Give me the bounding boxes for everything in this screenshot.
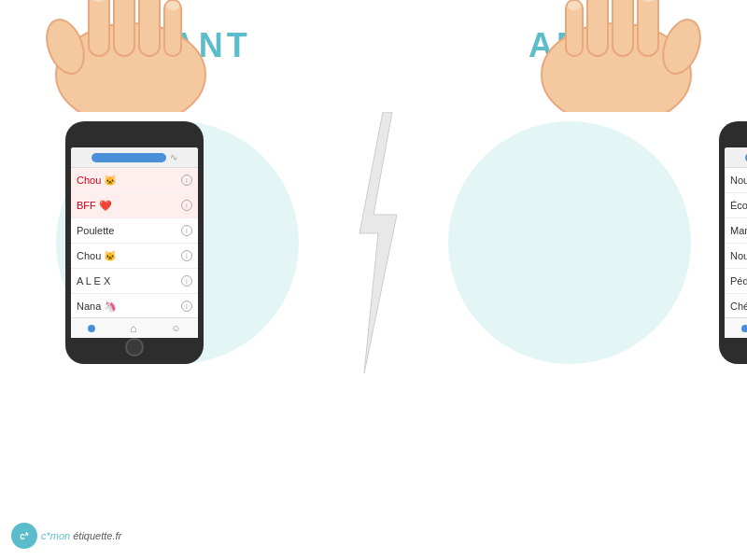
screen-topbar-left: ∿ (71, 147, 198, 168)
logo-icon: c* (11, 523, 37, 549)
screen-inner-right: ∿ NounouiÉcoleiMamaniNounouiPédiatreiChé… (725, 147, 747, 323)
screen-inner-left: ∿ Chou 🐱iBFF ❤️iPouletteiChou 🐱iA L E Xi… (71, 147, 198, 323)
screen-topbar-right: ∿ (725, 147, 747, 168)
hand-left-icon (37, 0, 224, 112)
contact-name: A L E X (77, 275, 110, 287)
contact-item: Chou 🐱i (71, 168, 198, 193)
contact-item: A L E Xi (71, 269, 198, 294)
contact-item: Chou 🐱i (71, 244, 198, 269)
svg-rect-4 (114, 0, 134, 56)
hand-right-icon (523, 0, 710, 112)
contact-name: Maman (730, 225, 747, 236)
nav-dot-right (741, 325, 747, 332)
contact-name: Pédiatre (730, 275, 747, 287)
contact-name: Chou 🐱 (77, 175, 117, 187)
phone-screen-left: ∿ Chou 🐱iBFF ❤️iPouletteiChou 🐱iA L E Xi… (65, 121, 204, 364)
info-icon: i (181, 225, 192, 236)
search-bar-left (92, 153, 166, 162)
contact-name: Poulette (77, 225, 114, 236)
contact-name: Nounou (730, 175, 747, 186)
contact-item: Nana 🦄i (71, 294, 198, 319)
svg-rect-5 (139, 0, 160, 56)
svg-rect-15 (587, 0, 608, 56)
info-icon: i (181, 250, 192, 261)
bg-decoration-right (448, 121, 691, 364)
contact-item: Poulettei (71, 218, 198, 244)
contact-item: BFF ❤️i (71, 193, 198, 218)
contact-list-right: NounouiÉcoleiMamaniNounouiPédiatreiChéri… (725, 168, 747, 319)
nav-dot-left (88, 325, 95, 332)
contact-item: Mamani (725, 218, 747, 244)
contact-item: Chéri ❤️i (725, 294, 747, 319)
svg-point-20 (568, 1, 581, 10)
screen-bottombar-right: ⌂ ☺ (725, 317, 747, 338)
home-icon-left: ⌂ (130, 322, 136, 335)
contact-name: Nounou (730, 250, 747, 261)
contact-item: Écolei (725, 193, 747, 218)
contact-name: Nana 🦄 (77, 301, 117, 313)
contact-item: Nounoui (725, 244, 747, 269)
contacts-icon-left: ☺ (171, 323, 180, 333)
svg-rect-3 (89, 0, 109, 56)
contact-item: Pédiatrei (725, 269, 747, 294)
logo-text: c*mon étiquette.fr (41, 530, 121, 541)
logo: c* c*mon étiquette.fr (11, 523, 121, 549)
svg-point-10 (166, 1, 179, 10)
contact-list-left: Chou 🐱iBFF ❤️iPouletteiChou 🐱iA L E XiNa… (71, 168, 198, 319)
info-icon: i (181, 200, 192, 211)
phone-screen-right: ∿ NounouiÉcoleiMamaniNounouiPédiatreiChé… (719, 121, 747, 364)
contact-name: Chéri ❤️ (730, 301, 747, 313)
svg-rect-14 (613, 0, 633, 56)
contact-item: Nounoui (725, 168, 747, 193)
contact-name: Chou 🐱 (77, 250, 117, 262)
screen-bottombar-left: ⌂ ☺ (71, 317, 198, 338)
info-icon: i (181, 175, 192, 186)
home-button-left (125, 338, 144, 357)
svg-rect-13 (638, 0, 658, 56)
info-icon: i (181, 275, 192, 287)
lightning-icon (345, 112, 402, 373)
squiggle-left: ∿ (170, 152, 177, 162)
contact-name: BFF ❤️ (77, 200, 112, 212)
svg-marker-0 (359, 112, 397, 373)
info-icon: i (181, 301, 192, 312)
contact-name: École (730, 200, 747, 211)
